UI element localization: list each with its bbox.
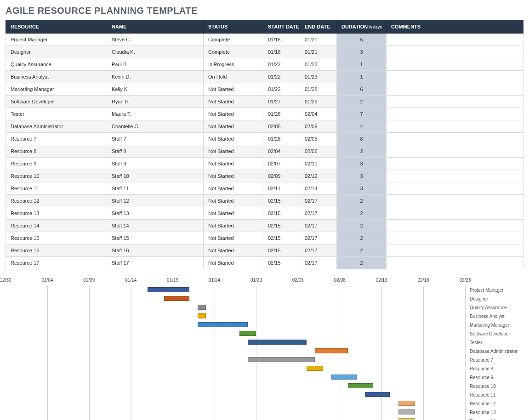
cell-name[interactable]: Steve C. xyxy=(107,34,204,46)
cell-resource[interactable]: Database Administrator xyxy=(6,120,107,133)
cell-end[interactable]: 02/14 xyxy=(300,182,337,195)
cell-status[interactable]: Not Started xyxy=(204,182,263,195)
cell-name[interactable]: Claudia K. xyxy=(107,46,204,58)
cell-start[interactable]: 01/28 xyxy=(263,133,300,145)
cell-comments[interactable] xyxy=(387,158,523,170)
cell-comments[interactable] xyxy=(387,182,523,195)
cell-start[interactable]: 02/11 xyxy=(263,182,300,195)
cell-comments[interactable] xyxy=(387,71,523,83)
cell-comments[interactable] xyxy=(387,108,523,120)
cell-end[interactable]: 02/04 xyxy=(300,108,337,120)
cell-end[interactable]: 02/12 xyxy=(300,170,337,182)
cell-comments[interactable] xyxy=(387,46,523,58)
cell-resource[interactable]: Quality Assurance xyxy=(6,58,107,71)
cell-duration[interactable]: 4 xyxy=(337,120,387,133)
cell-end[interactable]: 01/28 xyxy=(300,83,337,96)
cell-end[interactable]: 02/05 xyxy=(300,133,337,145)
cell-duration[interactable]: 3 xyxy=(337,182,387,195)
cell-status[interactable]: On Hold xyxy=(204,71,263,83)
cell-comments[interactable] xyxy=(387,244,523,257)
cell-status[interactable]: Not Started xyxy=(204,170,263,182)
cell-comments[interactable] xyxy=(387,195,523,207)
cell-duration[interactable]: 1 xyxy=(337,58,387,71)
cell-start[interactable]: 01/27 xyxy=(263,96,300,108)
cell-status[interactable]: Not Started xyxy=(204,207,263,220)
cell-status[interactable]: Not Started xyxy=(204,158,263,170)
cell-comments[interactable] xyxy=(387,120,523,133)
cell-resource[interactable]: Resource 17 xyxy=(6,257,107,269)
cell-resource[interactable]: Software Developer xyxy=(6,96,107,108)
cell-name[interactable]: Chantelle C. xyxy=(107,120,204,133)
cell-resource[interactable]: Designer xyxy=(6,46,107,58)
cell-duration[interactable]: 2 xyxy=(337,257,387,269)
cell-resource[interactable]: Resource 14 xyxy=(6,220,107,232)
cell-duration[interactable]: 7 xyxy=(337,108,387,120)
cell-name[interactable]: Staff 7 xyxy=(107,133,204,145)
cell-duration[interactable]: 2 xyxy=(337,220,387,232)
cell-name[interactable]: Staff 17 xyxy=(107,257,204,269)
cell-resource[interactable]: Resource 13 xyxy=(6,207,107,220)
cell-comments[interactable] xyxy=(387,34,523,46)
cell-status[interactable]: Not Started xyxy=(204,83,263,96)
cell-start[interactable]: 02/15 xyxy=(263,232,300,244)
cell-comments[interactable] xyxy=(387,58,523,71)
cell-name[interactable]: Staff 13 xyxy=(107,207,204,220)
cell-status[interactable]: Complete xyxy=(204,34,263,46)
cell-name[interactable]: Staff 10 xyxy=(107,170,204,182)
cell-name[interactable]: Staff 11 xyxy=(107,182,204,195)
cell-start[interactable]: 02/15 xyxy=(263,257,300,269)
cell-comments[interactable] xyxy=(387,257,523,269)
cell-start[interactable]: 01/16 xyxy=(263,34,300,46)
cell-end[interactable]: 02/17 xyxy=(300,195,337,207)
cell-end[interactable]: 01/29 xyxy=(300,96,337,108)
cell-duration[interactable]: 2 xyxy=(337,96,387,108)
cell-status[interactable]: In Progress xyxy=(204,58,263,71)
cell-name[interactable]: Staff 16 xyxy=(107,244,204,257)
cell-end[interactable]: 02/17 xyxy=(300,207,337,220)
cell-start[interactable]: 02/05 xyxy=(263,120,300,133)
cell-resource[interactable]: Resource 16 xyxy=(6,244,107,257)
cell-duration[interactable]: 2 xyxy=(337,232,387,244)
cell-comments[interactable] xyxy=(387,207,523,220)
cell-resource[interactable]: Resource 11 xyxy=(6,182,107,195)
cell-comments[interactable] xyxy=(387,83,523,96)
cell-start[interactable]: 02/15 xyxy=(263,195,300,207)
cell-end[interactable]: 02/17 xyxy=(300,257,337,269)
cell-status[interactable]: Not Started xyxy=(204,145,263,158)
cell-end[interactable]: 02/17 xyxy=(300,244,337,257)
cell-start[interactable]: 01/22 xyxy=(263,83,300,96)
cell-name[interactable]: Maura T. xyxy=(107,108,204,120)
cell-status[interactable]: Complete xyxy=(204,46,263,58)
cell-status[interactable]: Not Started xyxy=(204,96,263,108)
cell-duration[interactable]: 2 xyxy=(337,195,387,207)
cell-duration[interactable]: 3 xyxy=(337,158,387,170)
cell-start[interactable]: 02/07 xyxy=(263,158,300,170)
cell-duration[interactable]: 6 xyxy=(337,83,387,96)
cell-start[interactable]: 02/09 xyxy=(263,170,300,182)
cell-name[interactable]: Staff 14 xyxy=(107,220,204,232)
cell-resource[interactable]: Tester xyxy=(6,108,107,120)
cell-end[interactable]: 01/21 xyxy=(300,46,337,58)
cell-name[interactable]: Kevin D. xyxy=(107,71,204,83)
cell-end[interactable]: 02/10 xyxy=(300,158,337,170)
cell-start[interactable]: 02/04 xyxy=(263,145,300,158)
cell-name[interactable]: Paul B. xyxy=(107,58,204,71)
cell-start[interactable]: 01/18 xyxy=(263,46,300,58)
cell-name[interactable]: Staff 9 xyxy=(107,158,204,170)
cell-resource[interactable]: Resource 10 xyxy=(6,170,107,182)
cell-duration[interactable]: 5 xyxy=(337,34,387,46)
cell-resource[interactable]: Marketing Manager xyxy=(6,83,107,96)
cell-resource[interactable]: Resource 9 xyxy=(6,158,107,170)
cell-status[interactable]: Not Started xyxy=(204,195,263,207)
cell-end[interactable]: 01/23 xyxy=(300,71,337,83)
cell-start[interactable]: 01/28 xyxy=(263,108,300,120)
cell-name[interactable]: Ryan H. xyxy=(107,96,204,108)
cell-duration[interactable]: 1 xyxy=(337,71,387,83)
cell-status[interactable]: Not Started xyxy=(204,220,263,232)
cell-comments[interactable] xyxy=(387,170,523,182)
cell-status[interactable]: Not Started xyxy=(204,232,263,244)
cell-status[interactable]: Not Started xyxy=(204,257,263,269)
cell-resource[interactable]: Resource 12 xyxy=(6,195,107,207)
cell-start[interactable]: 01/22 xyxy=(263,71,300,83)
cell-name[interactable]: Staff 12 xyxy=(107,195,204,207)
